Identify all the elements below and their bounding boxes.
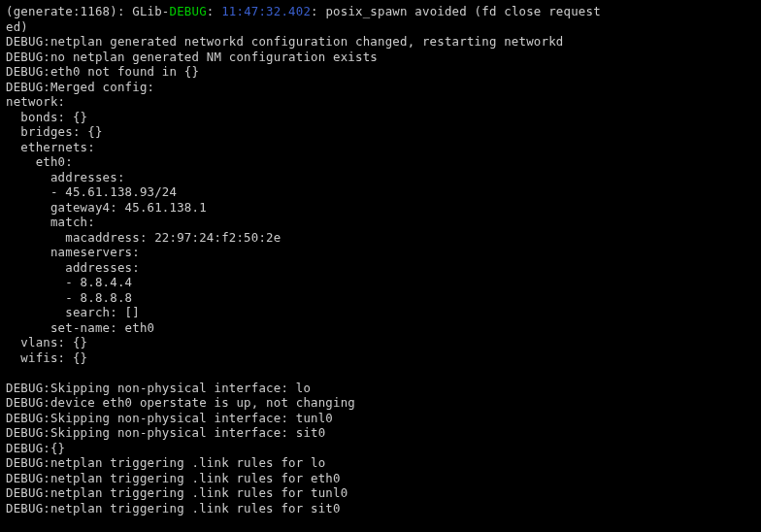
- debug-line: DEBUG:device eth0 operstate is up, not c…: [6, 395, 355, 410]
- debug-label: DEBUG: [170, 4, 207, 18]
- debug-line: DEBUG:netplan triggering .link rules for…: [6, 501, 341, 515]
- debug-line: DEBUG:Skipping non-physical interface: t…: [6, 411, 333, 425]
- posix-spawn-msg: : posix_spawn avoided (fd close request: [311, 4, 601, 18]
- yaml-line: addresses:: [6, 260, 140, 275]
- yaml-line: nameservers:: [6, 245, 140, 259]
- yaml-line: match:: [6, 215, 95, 229]
- yaml-line: set-name: eth0: [6, 320, 154, 335]
- yaml-line: ethernets:: [6, 140, 95, 154]
- yaml-line: - 8.8.8.8: [6, 290, 132, 305]
- yaml-line: wifis: {}: [6, 350, 87, 365]
- debug-line: DEBUG:netplan triggering .link rules for…: [6, 485, 347, 500]
- yaml-line: - 8.8.4.4: [6, 275, 132, 289]
- debug-line: DEBUG:netplan generated networkd configu…: [6, 34, 563, 49]
- yaml-line: network:: [6, 94, 65, 109]
- debug-line: DEBUG:netplan triggering .link rules for…: [6, 471, 341, 485]
- yaml-line: bonds: {}: [6, 110, 87, 124]
- debug-line: DEBUG:netplan triggering .link rules for…: [6, 455, 325, 470]
- debug-line: DEBUG:{}: [6, 441, 65, 455]
- debug-line: DEBUG:eth0 not found in {}: [6, 64, 199, 79]
- yaml-line: - 45.61.138.93/24: [6, 184, 177, 199]
- yaml-line: vlans: {}: [6, 335, 87, 349]
- yaml-line: bridges: {}: [6, 124, 103, 139]
- yaml-line: eth0:: [6, 154, 73, 169]
- timestamp: 11:47:32.402: [221, 4, 311, 18]
- wrap-continuation: ed): [6, 19, 28, 34]
- yaml-line: addresses:: [6, 170, 125, 184]
- yaml-line: gateway4: 45.61.138.1: [6, 200, 207, 215]
- yaml-line: macaddress: 22:97:24:f2:50:2e: [6, 230, 281, 245]
- colon-sep: :: [207, 4, 221, 18]
- glib-prefix: (generate:1168): GLib-: [6, 4, 170, 18]
- debug-line: DEBUG:Merged config:: [6, 80, 154, 94]
- debug-line: DEBUG:Skipping non-physical interface: s…: [6, 425, 325, 440]
- debug-line: DEBUG:no netplan generated NM configurat…: [6, 50, 378, 64]
- terminal-output: (generate:1168): GLib-DEBUG: 11:47:32.40…: [0, 0, 761, 519]
- debug-line: DEBUG:Skipping non-physical interface: l…: [6, 381, 311, 395]
- yaml-line: search: []: [6, 305, 140, 319]
